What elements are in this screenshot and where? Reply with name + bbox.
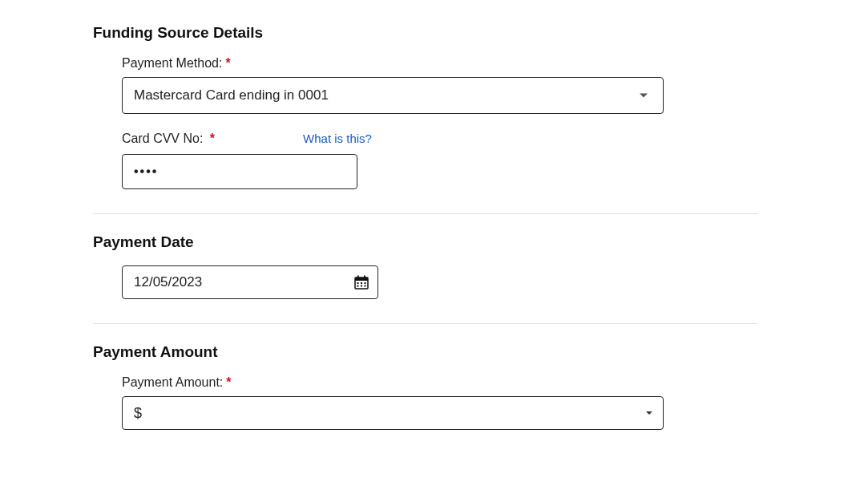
svg-rect-8 bbox=[361, 286, 362, 287]
cvv-input[interactable] bbox=[122, 154, 357, 189]
payment-date-field bbox=[122, 265, 378, 299]
svg-rect-3 bbox=[364, 276, 365, 279]
payment-amount-label: Payment Amount: bbox=[122, 375, 223, 390]
funding-source-title: Funding Source Details bbox=[93, 24, 758, 42]
svg-rect-1 bbox=[355, 277, 368, 281]
payment-amount-select[interactable]: $ bbox=[122, 396, 664, 430]
calendar-icon[interactable] bbox=[354, 275, 369, 290]
payment-method-field: Payment Method: * Mastercard Card ending… bbox=[122, 56, 758, 114]
cvv-help-link[interactable]: What is this? bbox=[303, 132, 372, 145]
divider bbox=[93, 323, 758, 324]
payment-amount-value: $ bbox=[134, 405, 142, 422]
required-star: * bbox=[225, 56, 230, 71]
payment-method-label: Payment Method: bbox=[122, 56, 222, 71]
payment-date-title: Payment Date bbox=[93, 233, 758, 251]
cvv-label: Card CVV No: bbox=[122, 132, 203, 145]
payment-method-value: Mastercard Card ending in 0001 bbox=[134, 87, 329, 103]
required-star: * bbox=[210, 132, 215, 145]
payment-amount-title: Payment Amount bbox=[93, 343, 758, 361]
svg-rect-2 bbox=[357, 276, 359, 279]
svg-rect-9 bbox=[365, 286, 366, 287]
required-star: * bbox=[226, 375, 231, 390]
svg-rect-6 bbox=[365, 282, 366, 284]
svg-rect-7 bbox=[357, 286, 359, 287]
svg-rect-5 bbox=[361, 282, 362, 284]
svg-rect-4 bbox=[357, 282, 359, 284]
payment-amount-field: Payment Amount: * $ bbox=[122, 375, 758, 430]
cvv-field: Card CVV No: * What is this? bbox=[122, 132, 758, 189]
payment-date-input[interactable] bbox=[122, 265, 378, 299]
payment-method-select[interactable]: Mastercard Card ending in 0001 bbox=[122, 77, 664, 114]
divider bbox=[93, 213, 758, 214]
